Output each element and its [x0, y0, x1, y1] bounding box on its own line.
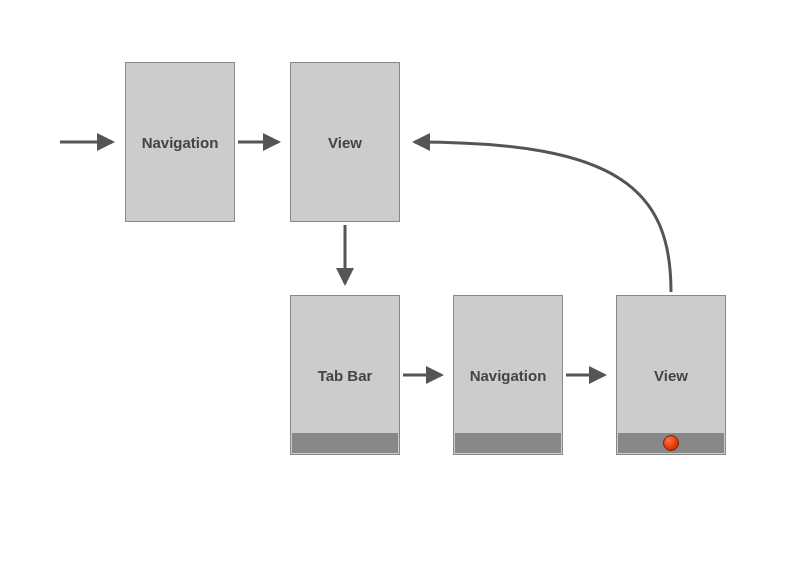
- tab-bar-strip: [618, 433, 724, 453]
- node-view-bottom: View: [616, 295, 726, 455]
- active-tab-indicator-icon: [663, 435, 679, 451]
- edge-viewbottom-to-viewtop: [415, 142, 671, 292]
- diagram-edges: [0, 0, 800, 568]
- node-label: Navigation: [470, 367, 547, 384]
- node-label: View: [328, 134, 362, 151]
- node-label: Navigation: [142, 134, 219, 151]
- node-navigation-top: Navigation: [125, 62, 235, 222]
- tab-bar-strip: [455, 433, 561, 453]
- tab-bar-strip: [292, 433, 398, 453]
- node-navigation-bottom: Navigation: [453, 295, 563, 455]
- node-label: View: [654, 367, 688, 384]
- node-tab-bar: Tab Bar: [290, 295, 400, 455]
- node-view-top: View: [290, 62, 400, 222]
- node-label: Tab Bar: [318, 367, 373, 384]
